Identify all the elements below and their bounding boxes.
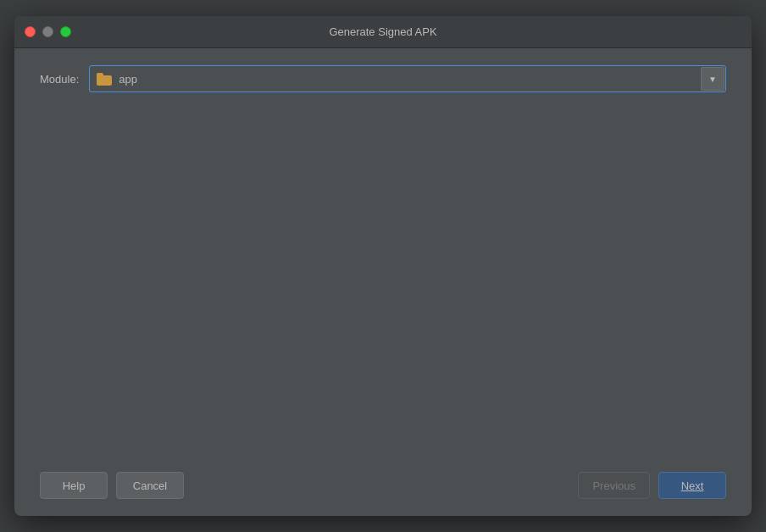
footer-right-buttons: Previous Next bbox=[578, 472, 726, 499]
previous-button[interactable]: Previous bbox=[578, 472, 650, 499]
minimize-button[interactable] bbox=[42, 26, 53, 37]
cancel-button[interactable]: Cancel bbox=[116, 472, 184, 499]
close-button[interactable] bbox=[25, 26, 36, 37]
window-controls bbox=[25, 26, 71, 37]
module-row: Module: app ▼ bbox=[40, 65, 726, 92]
dialog-content: Module: app ▼ bbox=[14, 48, 752, 459]
next-button[interactable]: Next bbox=[658, 472, 726, 499]
content-area bbox=[40, 109, 726, 442]
help-button[interactable]: Help bbox=[40, 472, 108, 499]
dialog-container: Generate Signed APK Module: app ▼ Help C… bbox=[14, 16, 752, 516]
dialog-title: Generate Signed APK bbox=[71, 25, 695, 38]
maximize-button[interactable] bbox=[60, 26, 71, 37]
folder-icon bbox=[97, 73, 112, 86]
dropdown-arrow-button[interactable]: ▼ bbox=[701, 67, 724, 91]
module-dropdown[interactable]: app ▼ bbox=[89, 65, 726, 92]
module-label: Module: bbox=[40, 73, 79, 86]
chevron-down-icon: ▼ bbox=[708, 75, 717, 84]
module-selected-value: app bbox=[119, 73, 719, 86]
title-bar: Generate Signed APK bbox=[14, 16, 752, 48]
dialog-footer: Help Cancel Previous Next bbox=[14, 459, 752, 516]
footer-left-buttons: Help Cancel bbox=[40, 472, 184, 499]
